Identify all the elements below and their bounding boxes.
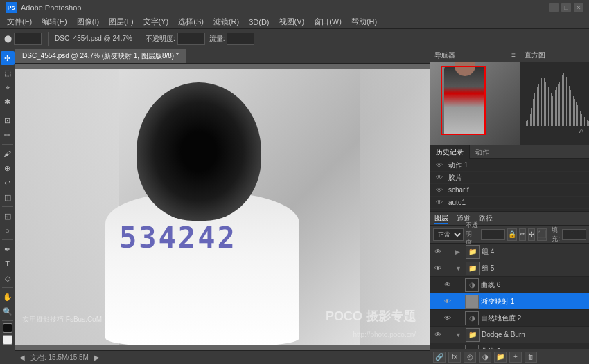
layer-visibility-icon[interactable]: 👁 — [443, 280, 452, 290]
paths-tab[interactable]: 路径 — [479, 214, 493, 224]
opacity-value[interactable]: 100% — [481, 229, 505, 240]
lasso-tool[interactable]: ⌖ — [1, 80, 15, 94]
menu-item[interactable]: 滤镜(R) — [209, 15, 243, 28]
layer-row[interactable]: 👁◑自然地色度 2 — [430, 310, 589, 327]
pen-tool[interactable]: ✒ — [1, 242, 15, 256]
close-button[interactable]: ✕ — [574, 3, 583, 12]
layer-visibility-icon[interactable]: 👁 — [443, 297, 452, 307]
layer-delete-btn[interactable]: 🗑 — [525, 352, 537, 363]
layer-adj-btn[interactable]: ◑ — [479, 352, 491, 363]
histogram-bar — [547, 84, 547, 126]
layer-name-label: 组 5 — [482, 264, 586, 273]
history-item-label: auto1 — [448, 199, 466, 206]
menu-item[interactable]: 视图(V) — [275, 15, 309, 28]
histogram-label: A — [523, 127, 586, 134]
layer-visibility-icon[interactable]: 👁 — [433, 330, 443, 340]
history-item[interactable]: ▼ autoskin color1 — [430, 209, 589, 211]
flow-input[interactable]: 100% — [227, 33, 254, 45]
layer-mask-btn[interactable]: ◎ — [464, 352, 476, 363]
separator — [48, 32, 49, 46]
layers-tab-active[interactable]: 图层 — [434, 213, 448, 224]
tool-separator4 — [2, 239, 13, 240]
lock-icon-btn[interactable]: 🔒 — [507, 228, 517, 241]
fill-value[interactable]: 100% — [562, 229, 586, 240]
text-tool[interactable]: T — [1, 257, 15, 271]
minimize-button[interactable]: ─ — [549, 3, 559, 12]
hand-tool[interactable]: ✋ — [1, 290, 15, 304]
wand-tool[interactable]: ✱ — [1, 95, 15, 109]
maximize-button[interactable]: □ — [561, 3, 571, 12]
dodge-tool[interactable]: ○ — [1, 224, 15, 237]
window-buttons: ─ □ ✕ — [549, 3, 583, 12]
layer-row[interactable]: 👁▼📁Dodge & Burn — [430, 327, 589, 343]
navigator-menu-icon[interactable]: ≡ — [511, 51, 516, 59]
eraser-tool[interactable]: ◫ — [1, 190, 15, 204]
menu-item[interactable]: 选择(S) — [174, 15, 208, 28]
tab-bar: DSC_4554.psd @ 24.7% (新变映射 1, 图层版8/8) * — [15, 48, 430, 64]
layer-group-toggle[interactable]: ▶ — [455, 248, 462, 255]
layer-row[interactable]: 👁渐变映射 1 — [430, 293, 589, 310]
lock-draw-btn[interactable]: ✏ — [519, 228, 526, 241]
layer-link-btn[interactable]: 🔗 — [433, 352, 446, 363]
menu-item[interactable]: 窗口(W) — [310, 15, 346, 28]
histogram-bar — [525, 123, 525, 126]
layer-row[interactable]: 👁◑曲线 6 — [430, 277, 589, 293]
menu-item[interactable]: 文字(Y) — [139, 15, 173, 28]
move-tool[interactable]: ✢ — [1, 51, 15, 65]
layer-fx-btn[interactable]: fx — [448, 352, 461, 363]
status-arrow-left[interactable]: ◀ — [19, 354, 25, 361]
layer-link-icon — [455, 281, 463, 289]
layer-row[interactable]: 👁▼📁组 5 — [430, 260, 589, 277]
tool-separator3 — [2, 206, 13, 207]
eyedrop-tool[interactable]: ✏ — [1, 128, 15, 142]
layer-group-toggle[interactable]: ▼ — [455, 265, 462, 272]
actions-tab[interactable]: 动作 — [470, 145, 495, 159]
foreground-color[interactable] — [3, 323, 12, 333]
document-tab[interactable]: DSC_4554.psd @ 24.7% (新变映射 1, 图层版8/8) * — [15, 49, 186, 63]
layer-group-toggle[interactable]: ▼ — [455, 331, 462, 338]
layer-visibility-icon[interactable]: 👁 — [433, 264, 443, 273]
layer-row[interactable]: 👁▶📁组 4 — [430, 244, 589, 260]
crop-tool[interactable]: ⊡ — [1, 113, 15, 127]
history-eye-icon: 👁 — [436, 186, 446, 194]
nav-viewport-rect[interactable] — [441, 66, 486, 135]
layer-visibility-icon[interactable]: 👁 — [443, 313, 452, 323]
histogram-bar — [556, 87, 557, 126]
history-item[interactable]: 👁 胶片 — [430, 172, 589, 184]
histogram-bar — [584, 117, 585, 126]
brush-tool[interactable]: 🖌 — [1, 147, 15, 161]
path-tool[interactable]: ◇ — [1, 271, 15, 285]
history-tab[interactable]: 历史记录 — [430, 145, 470, 159]
menu-item[interactable]: 帮助(H) — [347, 15, 381, 28]
layer-row[interactable]: 👁◑曲线 2 — [430, 343, 589, 349]
right-panels: 导航器 ≡ − 24.66% + — [430, 48, 589, 364]
status-bar: ◀ 文档: 15.5M/15.5M ▶ — [15, 350, 430, 364]
histogram-bar — [570, 90, 571, 126]
menu-item[interactable]: 图层(L) — [105, 15, 137, 28]
menu-item[interactable]: 编辑(E) — [37, 15, 71, 28]
layers-bottom: 🔗 fx ◎ ◑ 📁 + 🗑 — [430, 349, 589, 364]
menu-item[interactable]: 3D(D) — [245, 17, 273, 28]
opacity-label: 不透明度: — [146, 34, 175, 44]
lock-move-btn[interactable]: ✢ — [528, 228, 535, 241]
lock-all-btn[interactable]: ⬛ — [537, 228, 547, 241]
layer-group-btn[interactable]: 📁 — [494, 352, 507, 363]
history-item[interactable]: 👁 scharif — [430, 184, 589, 197]
clone-tool[interactable]: ⊕ — [1, 161, 15, 175]
history-item[interactable]: 👁 动作 1 — [430, 159, 589, 172]
status-arrow-right[interactable]: ▶ — [94, 354, 100, 361]
history-brush-tool[interactable]: ↩ — [1, 176, 15, 190]
menu-item[interactable]: 图像(I) — [73, 15, 103, 28]
blend-mode-select[interactable]: 正常 — [433, 228, 464, 241]
layer-new-btn[interactable]: + — [509, 352, 522, 363]
layer-visibility-icon[interactable]: 👁 — [433, 247, 443, 257]
marquee-tool[interactable]: ⬚ — [1, 66, 15, 80]
history-item[interactable]: 👁 auto1 — [430, 197, 589, 209]
brush-size-input[interactable]: 250 — [14, 33, 42, 45]
menu-item[interactable]: 文件(F) — [3, 15, 36, 28]
zoom-tool[interactable]: 🔍 — [1, 304, 15, 318]
opacity-input[interactable]: 84% — [177, 33, 205, 45]
histogram-bar — [551, 93, 552, 126]
background-color[interactable] — [3, 335, 12, 345]
gradient-tool[interactable]: ◱ — [1, 209, 15, 223]
